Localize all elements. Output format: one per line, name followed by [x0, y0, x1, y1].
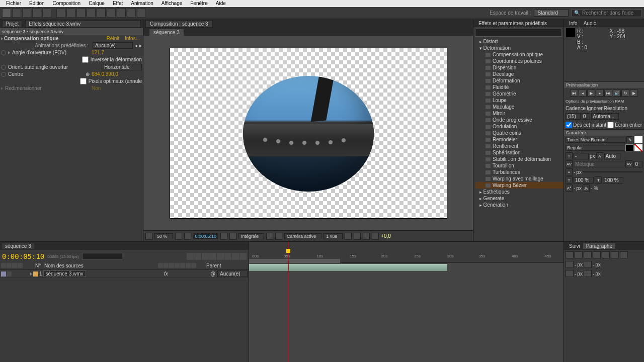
from-now-checkbox[interactable] [566, 122, 572, 128]
font-family-dropdown[interactable]: Times New Roman [566, 137, 625, 143]
timeline-ruler[interactable]: 00s 05s 10s 15s 20s 25s 30s 35s 40s 45s [249, 250, 564, 263]
space-after-value[interactable]: - [593, 271, 594, 277]
effect-item[interactable]: Warping avec maillage [475, 175, 564, 182]
effect-reset-button[interactable]: Réinit. [105, 36, 123, 41]
category-distort[interactable]: ▸ Distort [475, 38, 564, 45]
tracking-tab[interactable]: Suivi [566, 243, 583, 249]
layer-fx-icon[interactable]: fx [164, 271, 168, 277]
presets-dropdown[interactable]: Aucun(e) [93, 42, 133, 49]
effect-item[interactable]: Fluidité [475, 84, 564, 90]
effect-item-selected[interactable]: Warping Bézier [475, 182, 564, 189]
menu-help[interactable]: Aide [212, 0, 230, 7]
effect-item[interactable]: Stabili...on de déformation [475, 156, 564, 162]
effect-controls-tab[interactable]: Effets séquence 3.wmv [25, 20, 141, 28]
menu-window[interactable]: Fenêtre [186, 0, 211, 7]
help-search[interactable]: 🔍 Rechercher dans l'aide [572, 9, 642, 17]
transparency-grid-icon[interactable] [275, 233, 282, 240]
paragraph-tab[interactable]: Paragraphe [583, 243, 615, 249]
first-frame-icon[interactable]: ⏮ [570, 89, 578, 97]
effect-item[interactable]: Déformation [475, 77, 564, 84]
effects-list[interactable]: ▸ Distort ▾ Déformation Compensation opt… [473, 38, 564, 241]
effect-item[interactable]: Renflement [475, 143, 564, 149]
effects-search-input[interactable] [475, 29, 562, 37]
effect-item[interactable]: Remodeler [475, 136, 564, 143]
timeline-current-time[interactable]: 0:00:05:10 [2, 252, 44, 260]
indent-left-value[interactable]: - [575, 262, 576, 267]
center-stopwatch-icon[interactable] [1, 72, 6, 77]
effect-item[interactable]: Tourbillon [475, 162, 564, 169]
switch-col-icon[interactable] [191, 263, 196, 268]
selection-tool-icon[interactable] [2, 9, 11, 18]
snapshot-icon[interactable] [220, 233, 227, 240]
fov-value[interactable]: 121,7 [92, 50, 142, 55]
channel-icon[interactable] [229, 233, 236, 240]
align-left-icon[interactable] [566, 251, 574, 258]
switch-col-icon[interactable] [175, 263, 180, 268]
effects-presets-tab[interactable]: Effets et paramètres prédéfinis [475, 21, 550, 26]
menu-animation[interactable]: Animation [127, 0, 157, 7]
effect-item[interactable]: Décalage [475, 71, 564, 77]
indent-right-value[interactable]: - [593, 262, 594, 267]
layer-color-swatch[interactable] [33, 272, 38, 277]
stroke-color-swatch[interactable] [625, 144, 633, 151]
orient-dropdown[interactable]: Horizontale [102, 64, 142, 70]
stroke-width-value[interactable]: - [574, 169, 575, 175]
layer-eye-icon[interactable] [1, 272, 6, 277]
aspect-icon[interactable] [175, 233, 182, 240]
audio-column-icon[interactable] [7, 263, 12, 268]
last-frame-icon[interactable]: ⏭ [604, 89, 612, 97]
stroke-type-dropdown[interactable] [583, 171, 642, 172]
justify-all-icon[interactable] [620, 251, 628, 258]
switch-col-icon[interactable] [158, 263, 163, 268]
work-area-bar[interactable] [249, 259, 340, 263]
lock-column-icon[interactable] [18, 263, 23, 268]
category-deformation[interactable]: ▾ Déformation [475, 45, 564, 51]
timeline-search-input[interactable] [82, 253, 122, 260]
ram-preview-icon[interactable]: ▶ [630, 89, 638, 97]
eye-column-icon[interactable] [1, 263, 6, 268]
effect-item[interactable]: Turbulences [475, 169, 564, 175]
panbehind-tool-icon[interactable] [56, 9, 65, 18]
rotobrush-tool-icon[interactable] [127, 9, 136, 18]
eyedropper-icon[interactable]: ✎ [626, 136, 633, 143]
eraser-tool-icon[interactable] [117, 9, 126, 18]
info-tab[interactable]: Info [566, 21, 581, 26]
center-value[interactable]: 684,0,390,0 [92, 71, 142, 77]
flowchart-icon[interactable] [372, 233, 379, 240]
optimal-pixels-checkbox[interactable] [80, 78, 87, 84]
shy-icon[interactable] [202, 253, 209, 260]
roi-icon[interactable] [266, 233, 273, 240]
brainstorm-icon[interactable] [224, 253, 231, 260]
project-tab[interactable]: Projet [2, 20, 22, 28]
grid-icon[interactable] [145, 233, 152, 240]
hscale-value[interactable]: 100 % [603, 177, 623, 184]
layer-name[interactable]: séquence 3.wmv [43, 270, 86, 277]
mute-icon[interactable]: 🔊 [613, 89, 621, 97]
auto-keyframe-icon[interactable] [232, 253, 239, 260]
layer-audio-icon[interactable] [7, 272, 12, 277]
fov-triangle-icon[interactable] [8, 51, 10, 54]
justify-right-icon[interactable] [611, 251, 619, 258]
pickwhip-icon[interactable]: @ [210, 271, 216, 277]
align-center-icon[interactable] [575, 251, 583, 258]
clone-tool-icon[interactable] [107, 9, 116, 18]
effect-info-button[interactable]: Infos... [123, 36, 142, 41]
brush-tool-icon[interactable] [97, 9, 106, 18]
effect-item[interactable]: Géométrie [475, 90, 564, 97]
switch-col-icon[interactable] [186, 263, 191, 268]
kerning-dropdown[interactable]: Métrique [574, 161, 624, 167]
switch-col-icon[interactable] [180, 263, 185, 268]
font-style-dropdown[interactable]: Regular [566, 145, 624, 151]
menu-effect[interactable]: Effet [109, 0, 127, 7]
camera-tool-icon[interactable] [42, 9, 51, 18]
menu-edit[interactable]: Édition [25, 0, 49, 7]
timeline-tab[interactable]: séquence 3 [2, 243, 34, 249]
views-dropdown[interactable]: 1 vue [324, 233, 343, 239]
fill-color-swatch[interactable] [634, 136, 642, 143]
zoom-dropdown[interactable]: 50 % [154, 233, 173, 239]
playhead[interactable] [288, 242, 289, 362]
composition-viewer[interactable] [143, 36, 473, 230]
switch-col-icon[interactable] [164, 263, 169, 268]
draft3d-icon[interactable] [194, 253, 201, 260]
pixel-aspect-icon[interactable] [345, 233, 352, 240]
